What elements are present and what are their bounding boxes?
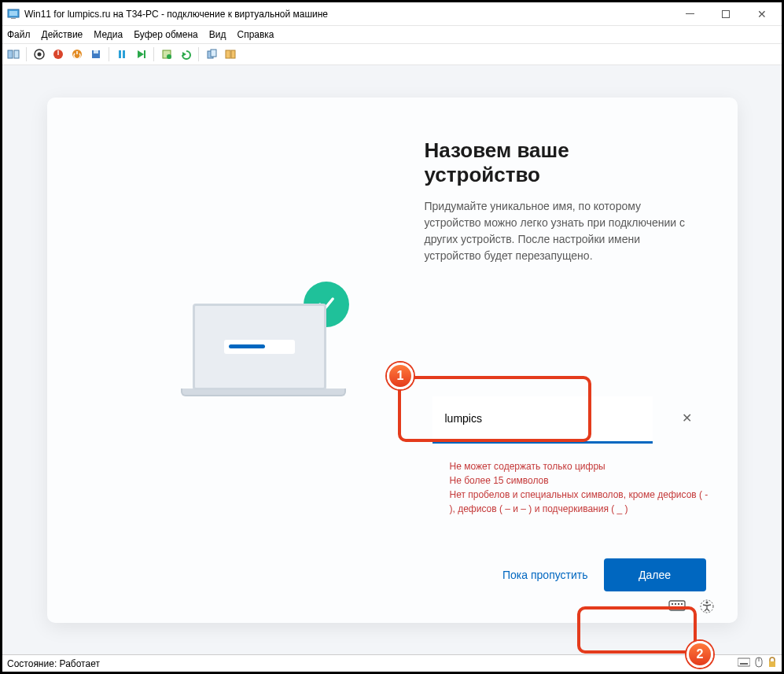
annotation-number-1: 1 (387, 363, 414, 389)
oobe-card: Назовем ваше устройство Придумайте уника… (47, 98, 738, 623)
toolbar-share-icon[interactable] (223, 46, 238, 62)
toolbar-checkpoint-icon[interactable] (159, 46, 175, 62)
menu-clipboard[interactable]: Буфер обмена (134, 29, 198, 40)
page-title: Назовем ваше устройство (425, 138, 690, 187)
svg-rect-25 (675, 603, 676, 605)
toolbar (2, 43, 782, 65)
svg-rect-23 (669, 601, 685, 610)
next-button[interactable]: Далее (604, 558, 706, 591)
toolbar-shutdown-icon[interactable] (69, 46, 85, 62)
svg-rect-21 (226, 50, 230, 58)
svg-rect-31 (738, 658, 750, 666)
toolbar-save-icon[interactable] (88, 46, 104, 62)
laptop-illustration (181, 304, 338, 422)
svg-rect-32 (740, 663, 748, 665)
menu-file[interactable]: Файл (7, 29, 31, 40)
svg-rect-15 (144, 50, 145, 58)
svg-rect-27 (681, 603, 683, 605)
svg-rect-26 (678, 603, 679, 605)
page-description: Придумайте уникальное имя, по которому у… (425, 198, 690, 264)
rule-2: Не более 15 символов (450, 473, 709, 488)
toolbar-pause-icon[interactable] (114, 46, 130, 62)
toolbar-start-icon[interactable] (31, 46, 47, 62)
svg-marker-14 (138, 50, 144, 58)
svg-rect-12 (119, 50, 121, 58)
toolbar-turnoff-icon[interactable] (50, 46, 66, 62)
device-name-input[interactable] (445, 412, 640, 425)
accessibility-icon[interactable] (700, 599, 714, 617)
toolbar-reset-icon[interactable] (133, 46, 149, 62)
close-button[interactable]: ✕ (744, 2, 780, 26)
toolbar-ctrl-alt-del-icon[interactable] (6, 46, 21, 62)
svg-rect-28 (673, 606, 681, 608)
clear-input-icon[interactable]: ✕ (679, 411, 695, 426)
rule-1: Не может содержать только цифры (450, 459, 709, 473)
status-mouse-icon (755, 657, 763, 670)
toolbar-revert-icon[interactable] (178, 46, 193, 62)
svg-rect-3 (8, 50, 13, 58)
rule-3: Нет пробелов и специальных символов, кро… (450, 488, 709, 516)
status-keyboard-icon (738, 657, 750, 669)
status-lock-icon (767, 657, 777, 670)
window-title: Win11 for lumpics.ru на T34-PC - подключ… (24, 9, 672, 20)
annotation-number-2: 2 (686, 641, 713, 668)
svg-point-17 (167, 54, 171, 59)
menu-help[interactable]: Справка (237, 29, 274, 40)
titlebar: Win11 for lumpics.ru на T34-PC - подключ… (2, 2, 782, 26)
status-text: Состояние: Работает (7, 658, 100, 669)
device-name-input-wrap (432, 396, 653, 444)
svg-rect-35 (769, 661, 775, 667)
vm-display-area: Назовем ваше устройство Придумайте уника… (2, 65, 782, 654)
menu-media[interactable]: Медиа (94, 29, 123, 40)
svg-rect-22 (231, 50, 235, 58)
menubar: Файл Действие Медиа Буфер обмена Вид Спр… (2, 26, 782, 43)
svg-rect-2 (11, 18, 16, 19)
svg-rect-13 (123, 50, 125, 58)
menu-action[interactable]: Действие (42, 29, 83, 40)
svg-rect-24 (672, 603, 673, 605)
svg-rect-1 (9, 11, 17, 16)
svg-marker-18 (182, 52, 186, 57)
svg-point-30 (705, 601, 708, 603)
toolbar-enhanced-icon[interactable] (204, 46, 219, 62)
menu-view[interactable]: Вид (209, 29, 226, 40)
svg-rect-4 (14, 50, 19, 58)
statusbar: Состояние: Работает (2, 654, 782, 672)
maximize-button[interactable] (708, 2, 744, 26)
svg-rect-8 (57, 50, 58, 55)
svg-point-6 (38, 53, 42, 57)
validation-rules: Не может содержать только цифры Не более… (450, 459, 709, 516)
keyboard-icon[interactable] (668, 599, 686, 617)
svg-rect-20 (211, 50, 216, 57)
skip-link[interactable]: Пока пропустить (502, 569, 587, 581)
svg-rect-11 (94, 50, 98, 53)
minimize-button[interactable] (672, 2, 708, 26)
app-icon (7, 8, 20, 20)
